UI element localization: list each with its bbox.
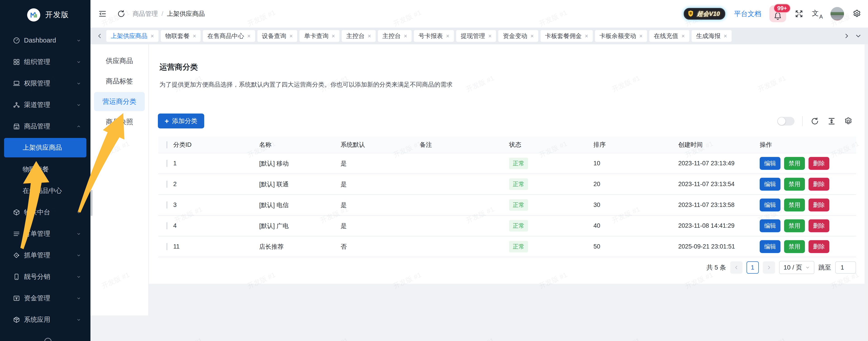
tabs-scroll-left-icon[interactable] bbox=[96, 33, 103, 39]
sidebar-item-permission[interactable]: 权限管理 bbox=[0, 72, 90, 94]
page-scrollbar-track[interactable] bbox=[865, 89, 868, 341]
row-action-delete-button[interactable]: 删除 bbox=[808, 240, 829, 253]
row-action-disable-button[interactable]: 禁用 bbox=[784, 219, 805, 232]
tab-close-icon[interactable]: × bbox=[585, 33, 588, 39]
row-action-disable-button[interactable]: 禁用 bbox=[784, 178, 805, 191]
tab-close-icon[interactable]: × bbox=[724, 33, 727, 39]
tab-chip[interactable]: 卡板余额变动× bbox=[595, 30, 647, 42]
tab-close-icon[interactable]: × bbox=[151, 33, 154, 39]
cell-actions: 编辑禁用删除 bbox=[760, 198, 848, 211]
sidebar-item-org[interactable]: 组织管理 bbox=[0, 51, 90, 72]
row-checkbox[interactable] bbox=[166, 202, 167, 209]
sidebar-item-number[interactable]: 靓号分销 bbox=[0, 266, 90, 287]
tab-close-icon[interactable]: × bbox=[681, 33, 685, 39]
pagination-jump-input[interactable] bbox=[835, 261, 856, 274]
row-action-disable-button[interactable]: 禁用 bbox=[784, 198, 805, 211]
sidebar-item-goods[interactable]: 商品管理 bbox=[0, 116, 90, 137]
tab-label: 资金变动 bbox=[503, 32, 527, 40]
tab-label: 在售商品中心 bbox=[207, 32, 244, 40]
row-checkbox[interactable] bbox=[166, 243, 167, 250]
tabs-scroll-right-icon[interactable] bbox=[843, 33, 850, 39]
row-action-edit-button[interactable]: 编辑 bbox=[760, 178, 780, 191]
sidebar-item-channel[interactable]: 渠道管理 bbox=[0, 94, 90, 116]
secondary-menu-item[interactable]: 商品快照 bbox=[94, 113, 145, 131]
add-category-button[interactable]: + 添加分类 bbox=[158, 114, 204, 128]
column-settings-gear-icon[interactable] bbox=[844, 117, 853, 126]
tab-chip[interactable]: 卡板套餐佣金× bbox=[540, 30, 593, 42]
row-action-delete-button[interactable]: 删除 bbox=[808, 157, 829, 170]
tab-chip[interactable]: 物联套餐× bbox=[161, 30, 201, 42]
tab-chip[interactable]: 号卡报表× bbox=[414, 30, 454, 42]
tab-chip[interactable]: 提现管理× bbox=[456, 30, 496, 42]
tab-close-icon[interactable]: × bbox=[404, 33, 407, 39]
pagination-current-page[interactable]: 1 bbox=[747, 261, 759, 274]
tab-chip[interactable]: 设备查询× bbox=[257, 30, 298, 42]
sidebar-subitem[interactable]: 在售商品中心 bbox=[0, 180, 90, 202]
tab-chip[interactable]: 资金变动× bbox=[498, 30, 538, 42]
secondary-menu-label: 商品标签 bbox=[106, 76, 133, 86]
row-checkbox[interactable] bbox=[166, 181, 167, 188]
chevron-down-icon bbox=[76, 274, 82, 279]
main-sidebar: 开发版 Dashboard组织管理权限管理渠道管理商品管理上架供应商品物联套餐在… bbox=[0, 0, 90, 341]
tab-close-icon[interactable]: × bbox=[530, 33, 534, 39]
tab-close-icon[interactable]: × bbox=[247, 33, 251, 39]
user-avatar[interactable] bbox=[831, 7, 844, 21]
tab-close-icon[interactable]: × bbox=[289, 33, 293, 39]
row-action-edit-button[interactable]: 编辑 bbox=[760, 219, 780, 232]
tab-chip[interactable]: 在线充值× bbox=[649, 30, 689, 42]
language-switch-icon[interactable]: 文A bbox=[812, 9, 822, 19]
row-action-disable-button[interactable]: 禁用 bbox=[784, 240, 805, 253]
row-action-edit-button[interactable]: 编辑 bbox=[760, 198, 780, 211]
toolbar-toggle[interactable] bbox=[777, 117, 795, 125]
row-action-delete-button[interactable]: 删除 bbox=[808, 219, 829, 232]
tabs-dropdown-icon[interactable] bbox=[855, 33, 862, 39]
tab-close-icon[interactable]: × bbox=[193, 33, 196, 39]
sidebar-item-order[interactable]: 订单管理 bbox=[0, 223, 90, 244]
row-action-delete-button[interactable]: 删除 bbox=[808, 198, 829, 211]
tab-close-icon[interactable]: × bbox=[639, 33, 643, 39]
refresh-icon[interactable] bbox=[117, 9, 126, 18]
sidebar-collapse-icon[interactable] bbox=[98, 9, 107, 18]
row-action-disable-button[interactable]: 禁用 bbox=[784, 157, 805, 170]
tab-chip[interactable]: 主控台× bbox=[342, 30, 376, 42]
breadcrumb-parent[interactable]: 商品管理 bbox=[132, 9, 158, 18]
tab-close-icon[interactable]: × bbox=[368, 33, 371, 39]
cell-sort: 30 bbox=[593, 202, 678, 209]
secondary-menu-item[interactable]: 商品标签 bbox=[94, 72, 145, 91]
sidebar-scrollbar-thumb[interactable] bbox=[91, 190, 93, 216]
tab-chip[interactable]: 在售商品中心× bbox=[203, 30, 255, 42]
notifications-button[interactable]: 99+ bbox=[769, 5, 786, 22]
row-checkbox[interactable] bbox=[166, 222, 167, 229]
select-all-checkbox[interactable] bbox=[166, 141, 167, 148]
pagination-next-button[interactable] bbox=[763, 261, 775, 274]
row-action-edit-button[interactable]: 编辑 bbox=[760, 240, 780, 253]
table-refresh-icon[interactable] bbox=[810, 117, 819, 126]
tab-close-icon[interactable]: × bbox=[446, 33, 450, 39]
sidebar-item-funds[interactable]: 资金管理 bbox=[0, 287, 90, 309]
tab-chip[interactable]: 主控台× bbox=[378, 30, 412, 42]
sidebar-subitem[interactable]: 上架供应商品 bbox=[4, 138, 86, 157]
tab-close-icon[interactable]: × bbox=[488, 33, 492, 39]
sidebar-subitem[interactable]: 物联套餐 bbox=[0, 158, 90, 180]
tab-chip[interactable]: 上架供应商品× bbox=[106, 30, 158, 42]
tab-chip[interactable]: 生成海报× bbox=[691, 30, 732, 42]
vip-badge[interactable]: 超会V10 bbox=[683, 7, 726, 20]
sidebar-item-system[interactable]: 系统应用 bbox=[0, 309, 90, 330]
row-height-icon[interactable] bbox=[827, 117, 836, 126]
pagination-prev-button[interactable] bbox=[730, 261, 742, 274]
tab-close-icon[interactable]: × bbox=[332, 33, 335, 39]
sidebar-item-iot[interactable]: 物联中台 bbox=[0, 202, 90, 223]
page-size-select[interactable]: 10 / 页 bbox=[779, 261, 814, 274]
sidebar-item-grab[interactable]: 抓单管理 bbox=[0, 244, 90, 266]
sidebar-item-dashboard[interactable]: Dashboard bbox=[0, 30, 90, 51]
row-checkbox[interactable] bbox=[166, 160, 167, 167]
fullscreen-icon[interactable] bbox=[794, 9, 804, 19]
settings-gear-icon[interactable] bbox=[852, 9, 862, 19]
tab-chip[interactable]: 单卡查询× bbox=[300, 30, 339, 42]
platform-docs-link[interactable]: 平台文档 bbox=[734, 9, 761, 19]
row-action-edit-button[interactable]: 编辑 bbox=[760, 157, 780, 170]
secondary-menu-item[interactable]: 供应商品 bbox=[94, 51, 145, 70]
cell-sort: 50 bbox=[593, 243, 678, 250]
secondary-menu-item[interactable]: 营运商分类 bbox=[94, 92, 145, 111]
row-action-delete-button[interactable]: 删除 bbox=[808, 178, 829, 191]
